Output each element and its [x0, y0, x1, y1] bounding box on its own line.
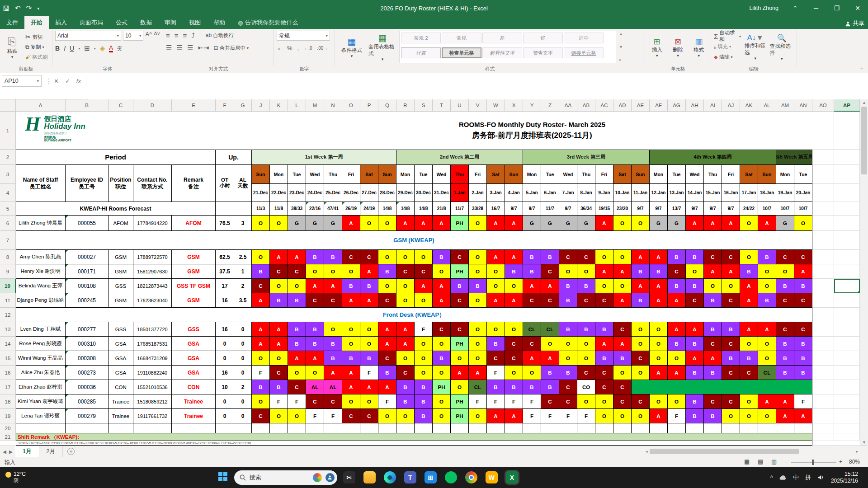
shift-cell[interactable]: O — [722, 409, 740, 423]
forecast-cell[interactable]: 36/34 — [577, 202, 595, 216]
shift-cell[interactable]: A — [650, 293, 668, 308]
shift-cell[interactable]: O — [595, 394, 613, 409]
shift-cell[interactable]: A — [740, 293, 758, 308]
shift-cell[interactable]: A — [595, 216, 613, 231]
forecast-cell[interactable]: 14/8 — [378, 202, 396, 216]
name-box[interactable]: AP10▾ — [2, 75, 42, 87]
shift-cell[interactable]: F — [559, 409, 577, 423]
row-header[interactable]: 7 — [0, 231, 16, 250]
shift-cell[interactable]: C — [704, 337, 722, 351]
shift-cell[interactable]: O — [613, 250, 632, 264]
day-name-cell[interactable]: Fri — [342, 165, 360, 184]
shift-cell[interactable]: B — [306, 250, 324, 264]
shift-cell[interactable]: C — [451, 250, 469, 264]
shift-cell[interactable]: O — [595, 279, 613, 293]
shift-cell[interactable]: PH — [451, 394, 469, 409]
forecast-cell[interactable]: 13/7 — [668, 202, 686, 216]
shift-cell[interactable]: C — [559, 250, 577, 264]
number-format-combo[interactable]: 常规▾ — [277, 31, 330, 41]
forecast-cell[interactable]: 22/16 — [306, 202, 324, 216]
cell[interactable] — [834, 337, 860, 351]
forecast-cell[interactable]: 9/7 — [650, 202, 668, 216]
remark-cell[interactable]: GSM — [172, 250, 216, 264]
shift-cell[interactable]: O — [469, 264, 487, 279]
shift-cell[interactable]: B — [577, 279, 595, 293]
shift-cell[interactable]: O — [378, 250, 396, 264]
date-cell[interactable]: 23-Dec — [288, 184, 306, 202]
column-header[interactable]: AK — [740, 99, 758, 112]
forecast-cell[interactable]: 9/7 — [505, 202, 523, 216]
shift-cell[interactable]: O — [758, 409, 776, 423]
shift-cell[interactable]: PH — [451, 337, 469, 351]
cell[interactable] — [834, 380, 860, 394]
cell[interactable] — [216, 423, 234, 433]
shift-cell[interactable]: O — [613, 366, 632, 380]
collapse-ribbon-icon[interactable]: ⌃ — [860, 67, 863, 72]
shift-cell[interactable]: A — [252, 322, 270, 337]
shift-cell[interactable]: B — [324, 337, 342, 351]
shift-cell[interactable]: C — [559, 394, 577, 409]
remark-cell[interactable]: CON — [172, 380, 216, 394]
shift-cell[interactable]: C — [632, 351, 650, 366]
shift-cell[interactable]: O — [776, 264, 794, 279]
shift-cell[interactable]: C — [794, 322, 812, 337]
shift-cell[interactable]: O — [632, 216, 650, 231]
staff-name-cell[interactable]: Winni Wang 王晶晶 — [16, 351, 66, 366]
shift-cell[interactable]: B — [559, 293, 577, 308]
shift-cell[interactable]: O — [577, 351, 595, 366]
forecast-cell[interactable]: 9/7 — [559, 202, 577, 216]
shift-cell[interactable]: O — [451, 380, 469, 394]
day-name-cell[interactable]: Mon — [650, 165, 668, 184]
cell[interactable] — [834, 308, 860, 322]
ime-language-indicator[interactable]: 中 — [793, 474, 799, 482]
shift-cell[interactable]: C — [577, 366, 595, 380]
shift-cell[interactable]: O — [252, 394, 270, 409]
al-cell[interactable]: 2 — [234, 279, 252, 293]
shift-cell[interactable]: O — [758, 337, 776, 351]
shift-cell[interactable]: F — [794, 394, 812, 409]
comma-icon[interactable]: , — [297, 45, 299, 52]
position-cell[interactable]: Trainee — [108, 409, 133, 423]
contact-cell[interactable]: 18212873443 — [133, 279, 172, 293]
row-header[interactable]: 15 — [0, 351, 16, 366]
date-cell[interactable]: 10-Jan — [613, 184, 632, 202]
shift-cell[interactable]: C — [396, 264, 415, 279]
shift-cell[interactable]: A — [776, 409, 794, 423]
shift-cell[interactable]: O — [378, 216, 396, 231]
shift-cell[interactable]: B — [632, 264, 650, 279]
shift-cell[interactable]: A — [270, 337, 288, 351]
al-cell[interactable]: 1 — [234, 264, 252, 279]
shift-cell[interactable]: C — [686, 293, 704, 308]
column-header[interactable]: U — [451, 99, 469, 112]
shift-cell[interactable]: O — [451, 351, 469, 366]
shift-cell[interactable]: O — [396, 409, 415, 423]
row-header[interactable]: 11 — [0, 293, 16, 308]
contact-cell[interactable]: 18501377720 — [133, 322, 172, 337]
column-header[interactable]: AA — [559, 99, 577, 112]
cut-button[interactable]: ✂剪切 — [25, 33, 48, 42]
staff-name-cell[interactable]: Alice Zhu 朱春艳 — [16, 366, 66, 380]
shift-cell[interactable]: A — [270, 250, 288, 264]
cell[interactable] — [270, 423, 288, 433]
shift-cell[interactable]: B — [794, 279, 812, 293]
shift-cell[interactable]: B — [541, 380, 559, 394]
format-as-table-button[interactable]: ▦套用表格格式▾ — [368, 31, 396, 63]
shift-cell[interactable]: C — [595, 380, 613, 394]
shift-cell[interactable]: B — [776, 279, 794, 293]
cell[interactable] — [66, 423, 108, 433]
shift-cell[interactable]: O — [469, 250, 487, 264]
shift-cell[interactable]: A — [541, 351, 559, 366]
shift-cell[interactable]: C — [270, 366, 288, 380]
shift-cell[interactable]: A — [342, 216, 360, 231]
shift-cell[interactable]: B — [324, 250, 342, 264]
shift-cell[interactable]: A — [650, 409, 668, 423]
shift-cell[interactable]: A — [668, 366, 686, 380]
shift-cell[interactable]: B — [686, 366, 704, 380]
position-cell[interactable]: GSS — [108, 279, 133, 293]
ot-cell[interactable]: 16 — [216, 322, 234, 337]
tab-数据[interactable]: 数据 — [134, 16, 158, 29]
day-name-cell[interactable]: Mon — [270, 165, 288, 184]
shift-cell[interactable]: B — [704, 322, 722, 337]
shift-cell[interactable]: A — [632, 250, 650, 264]
shift-cell[interactable]: O — [704, 279, 722, 293]
